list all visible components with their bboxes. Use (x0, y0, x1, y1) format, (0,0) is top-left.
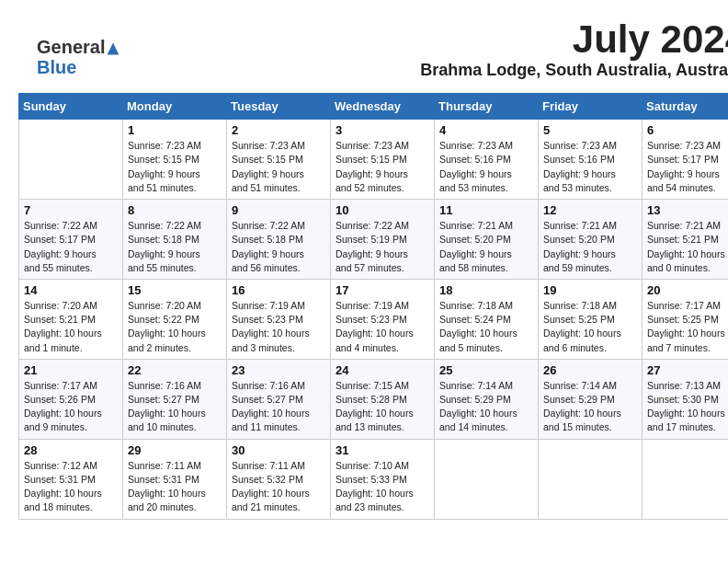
page-subtitle: Brahma Lodge, South Australia, Australia (420, 61, 728, 80)
day-number: 17 (336, 283, 429, 297)
day-number: 27 (647, 363, 728, 377)
calendar-cell: 26Sunrise: 7:14 AMSunset: 5:29 PMDayligh… (539, 359, 643, 439)
svg-marker-0 (108, 42, 119, 54)
calendar-cell: 6Sunrise: 7:23 AMSunset: 5:17 PMDaylight… (643, 120, 729, 200)
header: July 2024 Brahma Lodge, South Australia,… (420, 18, 728, 80)
day-info: Sunrise: 7:22 AMSunset: 5:19 PMDaylight:… (336, 219, 429, 275)
calendar-cell: 12Sunrise: 7:21 AMSunset: 5:20 PMDayligh… (539, 200, 643, 280)
day-info: Sunrise: 7:22 AMSunset: 5:18 PMDaylight:… (232, 219, 325, 275)
day-info: Sunrise: 7:16 AMSunset: 5:27 PMDaylight:… (232, 379, 325, 435)
logo-icon (106, 41, 120, 56)
day-number: 3 (336, 123, 429, 137)
calendar-cell: 2Sunrise: 7:23 AMSunset: 5:15 PMDaylight… (227, 120, 331, 200)
calendar-cell: 27Sunrise: 7:13 AMSunset: 5:30 PMDayligh… (643, 359, 729, 439)
day-number: 20 (647, 283, 728, 297)
calendar-cell: 15Sunrise: 7:20 AMSunset: 5:22 PMDayligh… (123, 279, 227, 359)
calendar-cell: 1Sunrise: 7:23 AMSunset: 5:15 PMDaylight… (123, 120, 227, 200)
day-number: 31 (336, 443, 429, 457)
day-info: Sunrise: 7:17 AMSunset: 5:26 PMDaylight:… (24, 379, 118, 435)
day-info: Sunrise: 7:15 AMSunset: 5:28 PMDaylight:… (336, 379, 429, 435)
calendar-cell: 4Sunrise: 7:23 AMSunset: 5:16 PMDaylight… (435, 120, 539, 200)
calendar-cell: 18Sunrise: 7:18 AMSunset: 5:24 PMDayligh… (435, 279, 539, 359)
day-info: Sunrise: 7:23 AMSunset: 5:17 PMDaylight:… (647, 139, 728, 195)
day-info: Sunrise: 7:23 AMSunset: 5:16 PMDaylight:… (543, 139, 637, 195)
day-info: Sunrise: 7:20 AMSunset: 5:22 PMDaylight:… (128, 299, 222, 355)
day-info: Sunrise: 7:23 AMSunset: 5:16 PMDaylight:… (439, 139, 533, 195)
day-info: Sunrise: 7:14 AMSunset: 5:29 PMDaylight:… (439, 379, 533, 435)
day-number: 10 (336, 203, 429, 217)
calendar-cell: 19Sunrise: 7:18 AMSunset: 5:25 PMDayligh… (539, 279, 643, 359)
day-number: 2 (232, 123, 325, 137)
day-info: Sunrise: 7:13 AMSunset: 5:30 PMDaylight:… (647, 379, 728, 435)
calendar-cell: 16Sunrise: 7:19 AMSunset: 5:23 PMDayligh… (227, 279, 331, 359)
calendar-week-4: 21Sunrise: 7:17 AMSunset: 5:26 PMDayligh… (19, 359, 729, 439)
day-number: 9 (232, 203, 325, 217)
day-info: Sunrise: 7:14 AMSunset: 5:29 PMDaylight:… (543, 379, 637, 435)
col-header-monday: Monday (123, 94, 227, 120)
day-number: 7 (24, 203, 118, 217)
day-number: 28 (24, 443, 118, 457)
day-number: 18 (439, 283, 533, 297)
day-number: 4 (439, 123, 533, 137)
col-header-saturday: Saturday (643, 94, 729, 120)
calendar-table: SundayMondayTuesdayWednesdayThursdayFrid… (18, 93, 728, 519)
calendar-cell: 31Sunrise: 7:10 AMSunset: 5:33 PMDayligh… (331, 439, 435, 519)
calendar-cell (539, 439, 643, 519)
calendar-cell (435, 439, 539, 519)
calendar-week-5: 28Sunrise: 7:12 AMSunset: 5:31 PMDayligh… (19, 439, 729, 519)
day-info: Sunrise: 7:10 AMSunset: 5:33 PMDaylight:… (336, 459, 429, 515)
calendar-week-3: 14Sunrise: 7:20 AMSunset: 5:21 PMDayligh… (19, 279, 729, 359)
calendar-cell: 8Sunrise: 7:22 AMSunset: 5:18 PMDaylight… (123, 200, 227, 280)
day-number: 29 (128, 443, 222, 457)
calendar-cell: 28Sunrise: 7:12 AMSunset: 5:31 PMDayligh… (19, 439, 123, 519)
day-info: Sunrise: 7:20 AMSunset: 5:21 PMDaylight:… (24, 299, 118, 355)
logo-blue: Blue (37, 57, 76, 77)
calendar-cell: 3Sunrise: 7:23 AMSunset: 5:15 PMDaylight… (331, 120, 435, 200)
day-number: 26 (543, 363, 637, 377)
day-info: Sunrise: 7:21 AMSunset: 5:21 PMDaylight:… (647, 219, 728, 275)
day-number: 19 (543, 283, 637, 297)
calendar-cell: 14Sunrise: 7:20 AMSunset: 5:21 PMDayligh… (19, 279, 123, 359)
calendar-cell: 25Sunrise: 7:14 AMSunset: 5:29 PMDayligh… (435, 359, 539, 439)
day-info: Sunrise: 7:21 AMSunset: 5:20 PMDaylight:… (439, 219, 533, 275)
calendar-week-2: 7Sunrise: 7:22 AMSunset: 5:17 PMDaylight… (19, 200, 729, 280)
calendar-cell: 9Sunrise: 7:22 AMSunset: 5:18 PMDaylight… (227, 200, 331, 280)
day-number: 13 (647, 203, 728, 217)
calendar-cell: 17Sunrise: 7:19 AMSunset: 5:23 PMDayligh… (331, 279, 435, 359)
day-info: Sunrise: 7:11 AMSunset: 5:32 PMDaylight:… (232, 459, 325, 515)
day-number: 23 (232, 363, 325, 377)
calendar-cell: 5Sunrise: 7:23 AMSunset: 5:16 PMDaylight… (539, 120, 643, 200)
day-info: Sunrise: 7:16 AMSunset: 5:27 PMDaylight:… (128, 379, 222, 435)
day-info: Sunrise: 7:12 AMSunset: 5:31 PMDaylight:… (24, 459, 118, 515)
logo: General Blue (37, 37, 121, 77)
day-number: 12 (543, 203, 637, 217)
calendar-cell (643, 439, 729, 519)
calendar-week-1: 1Sunrise: 7:23 AMSunset: 5:15 PMDaylight… (19, 120, 729, 200)
calendar-cell: 7Sunrise: 7:22 AMSunset: 5:17 PMDaylight… (19, 200, 123, 280)
logo-general: General (37, 37, 105, 57)
page-title: July 2024 (420, 18, 728, 61)
col-header-sunday: Sunday (19, 94, 123, 120)
day-info: Sunrise: 7:19 AMSunset: 5:23 PMDaylight:… (232, 299, 325, 355)
day-number: 21 (24, 363, 118, 377)
day-info: Sunrise: 7:21 AMSunset: 5:20 PMDaylight:… (543, 219, 637, 275)
calendar-cell: 13Sunrise: 7:21 AMSunset: 5:21 PMDayligh… (643, 200, 729, 280)
day-info: Sunrise: 7:22 AMSunset: 5:17 PMDaylight:… (24, 219, 118, 275)
day-info: Sunrise: 7:11 AMSunset: 5:31 PMDaylight:… (128, 459, 222, 515)
calendar-cell: 23Sunrise: 7:16 AMSunset: 5:27 PMDayligh… (227, 359, 331, 439)
calendar-cell: 20Sunrise: 7:17 AMSunset: 5:25 PMDayligh… (643, 279, 729, 359)
day-number: 30 (232, 443, 325, 457)
day-info: Sunrise: 7:19 AMSunset: 5:23 PMDaylight:… (336, 299, 429, 355)
day-number: 16 (232, 283, 325, 297)
calendar-cell (19, 120, 123, 200)
day-number: 22 (128, 363, 222, 377)
day-number: 14 (24, 283, 118, 297)
day-info: Sunrise: 7:17 AMSunset: 5:25 PMDaylight:… (647, 299, 728, 355)
day-number: 24 (336, 363, 429, 377)
calendar-cell: 30Sunrise: 7:11 AMSunset: 5:32 PMDayligh… (227, 439, 331, 519)
day-info: Sunrise: 7:22 AMSunset: 5:18 PMDaylight:… (128, 219, 222, 275)
calendar-cell: 11Sunrise: 7:21 AMSunset: 5:20 PMDayligh… (435, 200, 539, 280)
calendar-cell: 29Sunrise: 7:11 AMSunset: 5:31 PMDayligh… (123, 439, 227, 519)
calendar-cell: 22Sunrise: 7:16 AMSunset: 5:27 PMDayligh… (123, 359, 227, 439)
day-info: Sunrise: 7:23 AMSunset: 5:15 PMDaylight:… (128, 139, 222, 195)
